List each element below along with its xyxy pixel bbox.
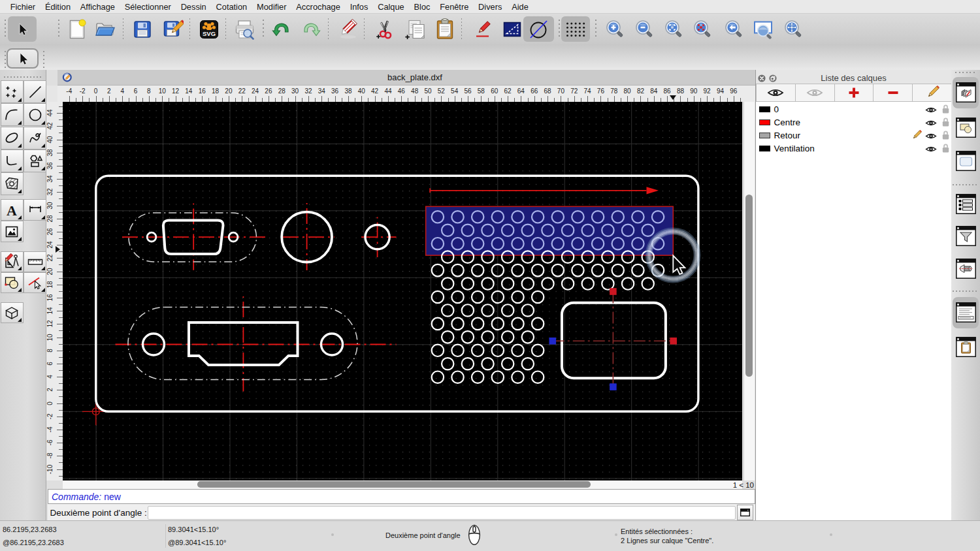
layer-lock-toggle[interactable]	[941, 104, 950, 117]
shapes-tool-button[interactable]	[24, 150, 46, 172]
image-tool-button[interactable]	[1, 221, 24, 242]
menu-fichier[interactable]: Fichier	[5, 2, 40, 12]
vertical-scrollbar-thumb[interactable]	[745, 195, 753, 377]
menu-affichage[interactable]: Affichage	[75, 2, 120, 12]
toolbar-handle[interactable]	[263, 20, 264, 39]
zoom-pan-button[interactable]	[781, 16, 808, 42]
dimension-tool-button[interactable]	[24, 199, 46, 221]
construction-circle-button[interactable]	[523, 16, 554, 42]
save-file-as-button[interactable]	[160, 16, 186, 42]
layer-list-dock-button[interactable]	[956, 82, 976, 102]
toolbar-handle[interactable]	[43, 51, 44, 68]
zoom-in-button[interactable]	[602, 16, 629, 42]
modify-tool-button[interactable]	[24, 272, 46, 293]
toolbar-handle[interactable]	[559, 20, 560, 39]
toolbar-handle[interactable]	[595, 20, 596, 39]
keyboard-toggle-button[interactable]	[737, 505, 753, 520]
menu-modifier[interactable]: Modifier	[252, 2, 291, 12]
zoom-window-button[interactable]	[750, 16, 776, 42]
print-preview-button[interactable]	[232, 16, 258, 42]
save-file-button[interactable]	[129, 16, 155, 42]
command-line-dock-button[interactable]	[956, 302, 976, 323]
layer-lock-toggle[interactable]	[941, 143, 950, 156]
drafting-tool-button[interactable]	[1, 251, 24, 272]
menu-calque[interactable]: Calque	[373, 2, 409, 12]
toolbar-handle[interactable]	[5, 20, 6, 39]
layer-visibility-toggle[interactable]	[925, 131, 937, 143]
remove-layer-button[interactable]	[873, 84, 913, 102]
menu-bloc[interactable]: Bloc	[409, 2, 435, 12]
select-arrow-button[interactable]	[8, 16, 37, 42]
open-file-button[interactable]	[92, 16, 118, 42]
block-overlap-tool-button[interactable]	[1, 272, 24, 293]
redo-button[interactable]	[299, 16, 325, 42]
filter-dock-button[interactable]	[956, 226, 976, 246]
horizontal-scrollbar-thumb[interactable]	[197, 481, 591, 488]
cut-button[interactable]	[372, 16, 399, 42]
toolbar-handle[interactable]	[58, 20, 59, 39]
select-tool-button[interactable]	[7, 48, 39, 69]
menu-edition[interactable]: Édition	[40, 2, 75, 12]
layer-visibility-toggle[interactable]	[925, 105, 937, 117]
circle-tool-button[interactable]	[24, 103, 46, 126]
grid-toggle-button[interactable]	[561, 16, 590, 42]
menu-divers[interactable]: Divers	[474, 2, 507, 12]
drawing-canvas[interactable]	[63, 102, 743, 480]
show-all-layers-button[interactable]	[756, 84, 796, 102]
layer-row-ventilation[interactable]: Ventilation	[756, 142, 951, 155]
cube-3d-tool-button[interactable]	[1, 302, 24, 323]
text-tool-button[interactable]: A	[1, 199, 24, 221]
menu-cotation[interactable]: Cotation	[211, 2, 252, 12]
layer-visibility-toggle[interactable]	[925, 144, 937, 156]
ruler-tool-tool-button[interactable]	[24, 251, 46, 272]
delete-eraser-button[interactable]	[336, 16, 363, 42]
menu-selectionner[interactable]: Sélectionner	[120, 2, 176, 12]
hatch-tool-button[interactable]	[1, 172, 24, 195]
menu-accrochage[interactable]: Accrochage	[291, 2, 345, 12]
block-list-dock-button[interactable]	[956, 118, 976, 138]
edit-layer-button[interactable]	[912, 84, 952, 102]
menu-aide[interactable]: Aide	[507, 2, 533, 12]
command-input[interactable]	[148, 506, 736, 520]
vertical-scrollbar[interactable]	[743, 102, 755, 480]
pen-red-button[interactable]	[470, 16, 497, 42]
layer-row-0[interactable]: 0	[756, 102, 951, 116]
new-document-button[interactable]	[65, 16, 91, 42]
layer-row-centre[interactable]: Centre	[756, 116, 951, 129]
layer-lock-toggle[interactable]	[941, 130, 950, 143]
toolbar-handle[interactable]	[5, 51, 6, 68]
menu-infos[interactable]: Infos	[345, 2, 373, 12]
undo-button[interactable]	[268, 16, 294, 42]
spline-tool-button[interactable]	[24, 127, 46, 150]
menu-dessin[interactable]: Dessin	[176, 2, 211, 12]
export-svg-button[interactable]: SVG	[196, 16, 222, 42]
draw-order-button[interactable]	[499, 16, 525, 42]
horizontal-ruler: -4-2024681012141618202224262830323436384…	[57, 86, 755, 102]
layer-row-retour[interactable]: Retour	[756, 129, 951, 142]
zoom-auto-button[interactable]	[661, 16, 687, 42]
menu-fenetre[interactable]: Fenêtre	[435, 2, 474, 12]
copy-button[interactable]	[402, 16, 429, 42]
line-tool-button[interactable]	[24, 80, 46, 103]
layer-visibility-toggle[interactable]	[925, 118, 937, 130]
command-list-dock-button[interactable]	[956, 194, 976, 214]
horizontal-scrollbar[interactable]	[63, 480, 743, 489]
library-browser-dock-button[interactable]	[956, 151, 976, 171]
zoom-out-button[interactable]	[632, 16, 658, 42]
edit-layer-icon	[925, 86, 939, 100]
points-tool-button[interactable]	[1, 80, 24, 103]
dock-handle[interactable]	[955, 72, 977, 73]
clipboard-dock-button[interactable]	[956, 337, 976, 357]
paste-button[interactable]	[432, 16, 458, 42]
toolbar-handle[interactable]	[4, 76, 42, 78]
view-3d-dock-button[interactable]	[956, 259, 976, 279]
layer-lock-toggle[interactable]	[941, 117, 950, 130]
zoom-selection-button[interactable]	[690, 16, 716, 42]
add-layer-button[interactable]	[834, 84, 874, 102]
ellipse-tool-button[interactable]	[1, 127, 24, 150]
zoom-previous-button[interactable]	[721, 16, 747, 42]
polyline-tool-button[interactable]	[1, 150, 24, 172]
document-title-bar[interactable]: back_plate.dxf	[57, 70, 755, 86]
arc-tool-button[interactable]	[1, 103, 24, 126]
hide-all-layers-button[interactable]	[795, 84, 835, 102]
